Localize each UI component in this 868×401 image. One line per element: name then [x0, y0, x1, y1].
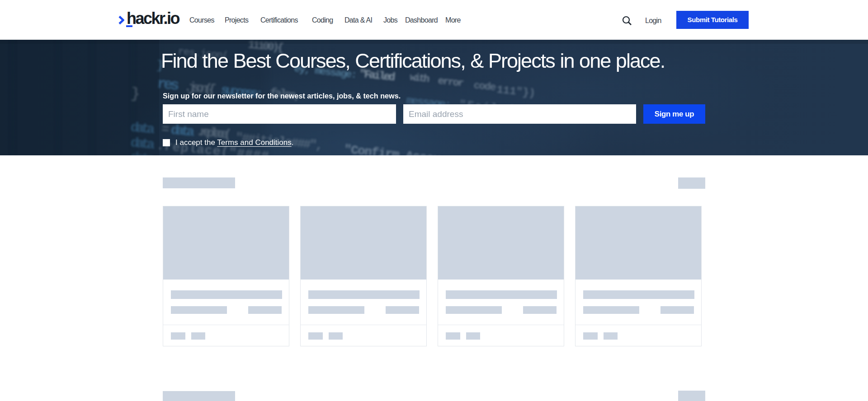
svg-text:code: code [473, 79, 496, 93]
svg-text:with: with [409, 71, 430, 85]
